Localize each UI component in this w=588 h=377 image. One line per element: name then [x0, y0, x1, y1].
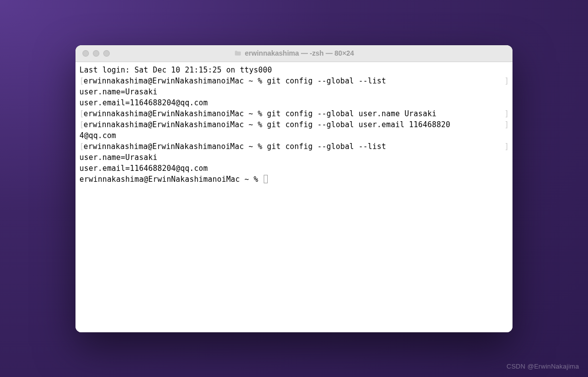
terminal-line: user.email=1164688204@qq.com: [79, 97, 509, 108]
terminal-line: erwinnakashima@ErwinNakashimanoiMac ~ %: [79, 174, 509, 185]
traffic-lights: [75, 50, 110, 57]
terminal-line: [erwinnakashima@ErwinNakashimanoiMac ~ %…: [79, 75, 509, 86]
terminal-line: user.name=Urasaki: [79, 152, 509, 163]
folder-icon: [234, 49, 242, 57]
cursor-icon: [264, 175, 268, 183]
window-title-text: erwinnakashima — -zsh — 80×24: [245, 49, 354, 57]
terminal-line: Last login: Sat Dec 10 21:15:25 on ttys0…: [79, 65, 509, 75]
close-icon[interactable]: [82, 50, 89, 57]
window-title: erwinnakashima — -zsh — 80×24: [75, 49, 513, 57]
minimize-icon[interactable]: [93, 50, 99, 57]
window-titlebar[interactable]: erwinnakashima — -zsh — 80×24: [75, 45, 513, 62]
terminal-line: [erwinnakashima@ErwinNakashimanoiMac ~ %…: [79, 119, 509, 130]
terminal-line: user.email=1164688204@qq.com: [79, 163, 509, 174]
maximize-icon[interactable]: [103, 50, 110, 57]
terminal-line: [erwinnakashima@ErwinNakashimanoiMac ~ %…: [79, 141, 509, 152]
terminal-window: erwinnakashima — -zsh — 80×24 Last login…: [75, 45, 513, 332]
watermark-text: CSDN @ErwinNakajima: [507, 363, 579, 370]
terminal-line: 4@qq.com: [79, 130, 509, 141]
terminal-line: user.name=Urasaki: [79, 86, 509, 97]
terminal-line: [erwinnakashima@ErwinNakashimanoiMac ~ %…: [79, 108, 509, 119]
terminal-content[interactable]: Last login: Sat Dec 10 21:15:25 on ttys0…: [75, 62, 513, 332]
